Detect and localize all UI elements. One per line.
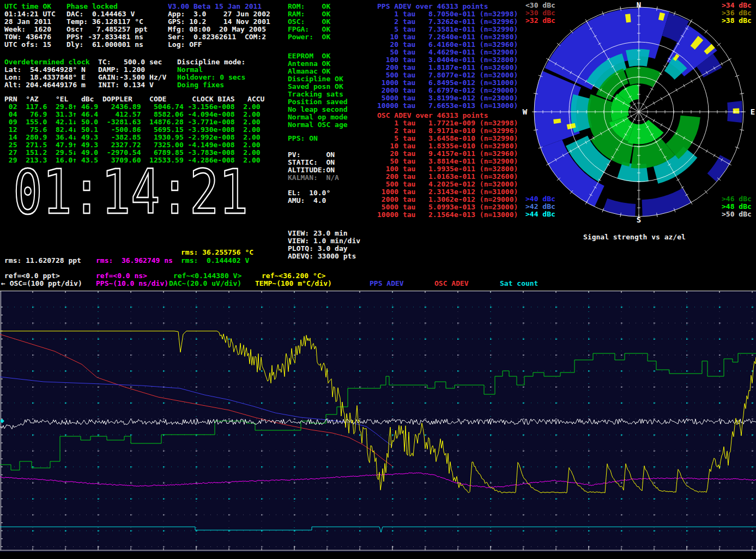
grid-node: [98, 370, 99, 371]
grid-node: [686, 370, 687, 371]
grid-node: [228, 306, 229, 308]
ref-osc: ref=<0.0 ppt>: [4, 272, 60, 280]
sat-table-line-1: 02 117.6 29.8↑ 46.9 2436.89 5046.74 -3.1…: [4, 103, 264, 111]
grid-node: [425, 418, 426, 419]
grid-node: [196, 450, 197, 452]
view-block-line-0: VIEW: 23.0 min: [288, 230, 360, 237]
grid-node: [752, 466, 753, 467]
grid-node: [523, 450, 524, 452]
polar-caption-line-0: Signal strength vs az/el: [583, 233, 686, 241]
dbc-legend-top-right: >34 dBc>36 dBc>38 dBc: [722, 2, 752, 25]
elevation-tick: [661, 123, 662, 126]
sat-table-line-0: PRN °AZ °EL dBc DOPPLER CODE CLOCK BIAS …: [4, 95, 264, 103]
grid-node: [32, 514, 33, 515]
grid-node: [326, 434, 328, 435]
pps-adev-table-line-2: 2 tau 7.3262e-011 (n=32996): [377, 18, 518, 26]
scale-temp: TEMP~(100 m°C/div): [255, 280, 332, 287]
grid-node: [294, 434, 295, 435]
receiver-status-block: EEPROM OKAntenna OKAlmanac OKDiscipline …: [288, 52, 348, 129]
elevation-tick: [645, 115, 647, 117]
grid-node: [621, 387, 622, 388]
grid-node: [425, 482, 426, 483]
grid-node: [326, 387, 328, 388]
osc-adev-table-line-6: 50 tau 3.8814e-011 (n=32900): [377, 158, 518, 165]
grid-node: [523, 354, 524, 356]
receiver-status-block-line-6: Position saved: [288, 98, 348, 106]
grid-node: [686, 387, 687, 388]
grid-node: [294, 370, 295, 371]
elevation-tick: [706, 149, 707, 152]
grid-node: [457, 339, 458, 340]
grid-node: [686, 514, 687, 515]
grid-node: [32, 387, 33, 388]
grid-node: [719, 434, 720, 435]
pps-adev-table: PPS ADEV over 46313 points 1 tau 8.7050e…: [377, 3, 518, 110]
elevation-tick: [650, 88, 653, 90]
grid-node: [752, 418, 753, 419]
pps-adev-table-line-12: 5000 tau 3.8199e-012 (n=23000): [377, 94, 518, 102]
grid-node: [392, 339, 393, 340]
grid-node: [65, 402, 66, 404]
tc-block-line-1: DAMP: 1.200: [98, 66, 166, 74]
history-plot[interactable]: [0, 291, 756, 552]
grid-node: [392, 387, 393, 388]
grid-node: [555, 450, 557, 452]
grid-node: [588, 339, 589, 340]
pps-adev-table-line-11: 2000 tau 6.6797e-012 (n=29000): [377, 87, 518, 94]
dbc-legend-bottom-left-line-2: >44 dBc: [525, 211, 555, 218]
grid-node: [752, 339, 753, 340]
osc-adev-table-line-5: 20 tau 9.4157e-011 (n=32960): [377, 150, 518, 158]
grid-node: [196, 418, 197, 419]
elevation-tick: [698, 75, 700, 78]
lady-heather-screen: 01:14:21 NSWE UTC time OK01:14:21 UTC28 …: [0, 0, 756, 559]
grid-node: [98, 354, 99, 356]
grid-node: [457, 466, 458, 467]
grid-node: [65, 498, 66, 500]
grid-node: [65, 546, 66, 548]
elevation-tick: [653, 101, 655, 104]
grid-node: [490, 322, 491, 323]
grid-node: [359, 498, 360, 500]
label-osc-adev: OSC ADEV: [434, 280, 469, 287]
signal-arc-8: [603, 199, 636, 217]
elevation-tick: [631, 106, 632, 109]
grid-node: [621, 418, 622, 419]
grid-node: [65, 418, 66, 419]
ref-pps-line-0: ref=<0.0 ns>: [96, 272, 147, 280]
pps-status-line-0: PPS: ON: [288, 135, 318, 142]
position-block: Overdetermined clockLat: 54.4964928° NLo…: [4, 58, 90, 89]
grid-node: [752, 498, 753, 500]
grid-node: [457, 387, 458, 388]
elevation-tick: [681, 187, 684, 188]
signal-strength-polar-plot: NSWE: [521, 0, 756, 228]
grid-node: [654, 322, 655, 323]
grid-node: [228, 450, 229, 452]
grid-node: [98, 402, 99, 404]
phase-lock-block-line-1: DAC: 0.144463 V: [66, 10, 148, 18]
grid-node: [326, 450, 328, 452]
grid-node: [523, 339, 524, 340]
grid-node: [719, 402, 720, 404]
grid-node: [228, 370, 229, 371]
elevation-tick: [633, 104, 636, 105]
grid-node: [294, 450, 295, 452]
grid-node: [196, 466, 197, 467]
grid-node: [98, 434, 99, 435]
grid-node: [752, 450, 753, 452]
grid-node: [490, 498, 491, 500]
grid-node: [686, 339, 687, 340]
view-block-line-1: VIEW: 1.0 min/div: [288, 237, 360, 245]
grid-node: [326, 339, 328, 340]
osc-adev-table-line-0: OSC ADEV over 46313 points: [377, 112, 518, 119]
grid-node: [523, 434, 524, 435]
elevation-tick: [721, 62, 723, 65]
grid-node: [654, 387, 655, 388]
grid-node: [752, 370, 753, 371]
grid-node: [654, 466, 655, 467]
grid-node: [359, 450, 360, 452]
grid-node: [359, 546, 360, 548]
grid-node: [425, 322, 426, 323]
grid-node: [65, 370, 66, 371]
version-block: V3.00 Beta 15 Jan 2011App: 3.0 27 Jun 20…: [168, 3, 270, 49]
grid-node: [359, 530, 360, 531]
